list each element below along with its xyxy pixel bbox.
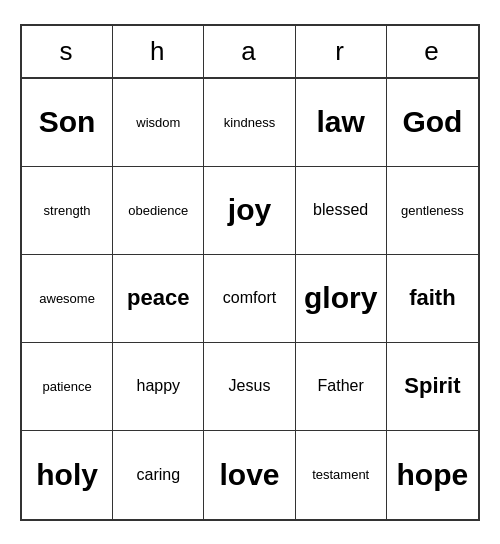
- header-row: share: [22, 26, 478, 79]
- cell-text: blessed: [313, 201, 368, 219]
- header-letter: s: [60, 36, 75, 67]
- header-letter: h: [150, 36, 166, 67]
- cell-3-3: Father: [296, 343, 387, 431]
- header-cell-r: r: [296, 26, 387, 77]
- cell-text: Son: [39, 105, 96, 139]
- cell-0-1: wisdom: [113, 79, 204, 167]
- cell-text: gentleness: [401, 203, 464, 218]
- cell-3-2: Jesus: [204, 343, 295, 431]
- cell-1-1: obedience: [113, 167, 204, 255]
- cell-2-4: faith: [387, 255, 478, 343]
- cell-text: Spirit: [404, 373, 460, 399]
- cell-0-2: kindness: [204, 79, 295, 167]
- cell-0-0: Son: [22, 79, 113, 167]
- header-letter: r: [335, 36, 346, 67]
- cell-text: glory: [304, 281, 377, 315]
- cell-2-3: glory: [296, 255, 387, 343]
- cell-text: peace: [127, 285, 189, 311]
- cell-2-2: comfort: [204, 255, 295, 343]
- cell-text: holy: [36, 458, 98, 492]
- cell-text: obedience: [128, 203, 188, 218]
- cell-text: law: [317, 105, 365, 139]
- cell-text: Jesus: [229, 377, 271, 395]
- cell-0-3: law: [296, 79, 387, 167]
- header-cell-e: e: [387, 26, 478, 77]
- cell-1-4: gentleness: [387, 167, 478, 255]
- header-cell-s: s: [22, 26, 113, 77]
- cell-text: comfort: [223, 289, 276, 307]
- cell-4-4: hope: [387, 431, 478, 519]
- cell-text: hope: [397, 458, 469, 492]
- header-letter: a: [241, 36, 257, 67]
- header-letter: e: [424, 36, 440, 67]
- cell-text: kindness: [224, 115, 275, 130]
- cell-3-4: Spirit: [387, 343, 478, 431]
- cell-4-2: love: [204, 431, 295, 519]
- cell-0-4: God: [387, 79, 478, 167]
- bingo-grid: SonwisdomkindnesslawGodstrengthobedience…: [22, 79, 478, 519]
- cell-text: love: [219, 458, 279, 492]
- cell-text: awesome: [39, 291, 95, 306]
- cell-1-3: blessed: [296, 167, 387, 255]
- header-cell-h: h: [113, 26, 204, 77]
- header-cell-a: a: [204, 26, 295, 77]
- cell-text: patience: [43, 379, 92, 394]
- cell-3-0: patience: [22, 343, 113, 431]
- cell-4-3: testament: [296, 431, 387, 519]
- cell-2-1: peace: [113, 255, 204, 343]
- bingo-card: share SonwisdomkindnesslawGodstrengthobe…: [20, 24, 480, 521]
- cell-text: testament: [312, 467, 369, 482]
- cell-4-1: caring: [113, 431, 204, 519]
- cell-text: joy: [228, 193, 271, 227]
- cell-text: Father: [318, 377, 364, 395]
- cell-1-0: strength: [22, 167, 113, 255]
- cell-1-2: joy: [204, 167, 295, 255]
- cell-2-0: awesome: [22, 255, 113, 343]
- cell-text: caring: [137, 466, 181, 484]
- cell-3-1: happy: [113, 343, 204, 431]
- cell-text: faith: [409, 285, 455, 311]
- cell-text: happy: [136, 377, 180, 395]
- cell-text: God: [402, 105, 462, 139]
- cell-text: strength: [44, 203, 91, 218]
- cell-4-0: holy: [22, 431, 113, 519]
- cell-text: wisdom: [136, 115, 180, 130]
